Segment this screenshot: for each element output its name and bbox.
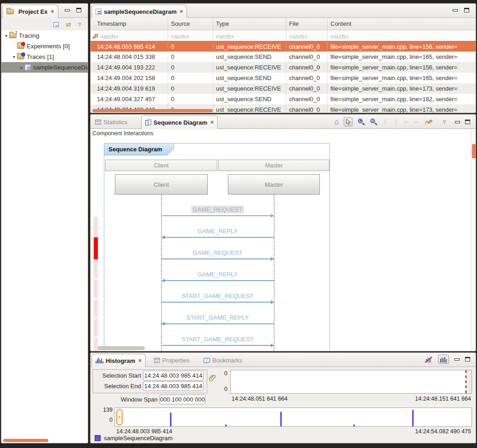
tree-expanded-arrow-icon[interactable]: ▾ <box>3 33 9 38</box>
tree-item-experiments-0-[interactable]: Experiments [0] <box>1 41 88 52</box>
minimize-icon[interactable] <box>453 9 458 11</box>
event-row[interactable]: 14:24:49.004 327 4570ust_sequence:SENDch… <box>91 94 476 104</box>
tab-project-explorer[interactable]: Project Ex × <box>2 5 58 18</box>
message-arrow[interactable] <box>161 323 274 324</box>
close-icon[interactable]: × <box>51 8 54 15</box>
filter-cell-content[interactable]: <srch> <box>328 30 476 41</box>
close-icon[interactable]: × <box>138 357 142 364</box>
tree-item-label: Experiments [0] <box>27 43 70 50</box>
column-header-timestamp[interactable]: Timestamp <box>91 18 168 30</box>
view-menu-icon[interactable]: ▽ <box>443 120 446 124</box>
filter-pattern-icon[interactable] <box>424 118 432 126</box>
lifeline-box-master[interactable]: Master <box>228 174 320 195</box>
event-row[interactable]: 14:24:48.003 985 4140ust_sequence:RECEIV… <box>91 41 476 52</box>
filter-cell-type[interactable]: <srch> <box>213 30 286 41</box>
tree-collapsed-arrow-icon[interactable]: ▸ <box>19 65 25 70</box>
zoom-out-icon[interactable]: − <box>370 118 377 126</box>
select-cursor-icon[interactable] <box>344 117 352 126</box>
search-match-marker[interactable] <box>94 280 98 298</box>
view-menu-icon[interactable]: ▽ <box>78 22 81 27</box>
maximize-icon[interactable] <box>76 8 81 12</box>
selection-end-field[interactable]: 14:24:48.003 985 414 <box>143 381 204 391</box>
search-match-marker[interactable] <box>94 338 98 351</box>
message-arrow[interactable] <box>161 215 274 216</box>
event-row[interactable]: 14:24:49.004 202 1580ust_sequence:SENDch… <box>91 73 476 83</box>
column-header-type[interactable]: Type <box>213 18 286 30</box>
filter-cell-source[interactable]: <srch> <box>168 30 213 41</box>
vertical-scrollbar[interactable] <box>471 129 476 351</box>
tab-sequence-diagram[interactable]: Sequence Diagram × <box>141 115 218 129</box>
selection-start-field[interactable]: 14:24:48.003 985 414 <box>143 371 204 380</box>
tab-histogram[interactable]: Histogram × <box>91 354 146 367</box>
event-row[interactable]: 14:24:49.004 319 6190ust_sequence:RECEIV… <box>91 83 476 94</box>
time-range-histogram[interactable] <box>230 370 472 394</box>
event-row[interactable]: 14:24:48.004 015 3380ust_sequence:SENDch… <box>91 52 476 62</box>
message-label[interactable]: GAME_REPLY <box>161 228 274 235</box>
vertical-scrollbar-thumb[interactable] <box>472 144 476 158</box>
search-match-marker[interactable] <box>94 260 98 278</box>
show-histogram-icon[interactable] <box>438 355 449 364</box>
lifeline-box-client[interactable]: Client <box>115 174 208 195</box>
message-label[interactable]: GAME_REPLY <box>161 271 274 279</box>
tab-statistics[interactable]: Statistics <box>91 115 131 129</box>
column-header-source[interactable]: Source <box>168 18 213 30</box>
close-icon[interactable]: × <box>210 119 214 126</box>
link-with-editor-icon[interactable]: ⇄ <box>66 21 71 28</box>
horizontal-scrollbar-thumb[interactable] <box>92 109 213 112</box>
search-match-marker[interactable] <box>94 217 98 237</box>
tab-bookmarks[interactable]: Bookmarks <box>200 354 246 367</box>
selection-window-marker[interactable]: + <box>116 409 123 425</box>
horizontal-scrollbar-thumb[interactable] <box>94 346 145 350</box>
tab-label: Bookmarks <box>212 357 242 364</box>
tab-properties[interactable]: Properties <box>150 354 193 367</box>
cell-timestamp: 14:24:49.004 202 158 <box>91 73 168 83</box>
selection-end-label: Selection End <box>93 383 141 390</box>
message-arrow[interactable] <box>161 302 274 303</box>
maximize-icon[interactable] <box>465 357 470 362</box>
search-match-marker[interactable] <box>94 237 98 259</box>
message-label[interactable]: GAME_REQUEST <box>161 206 274 214</box>
message-label[interactable]: START_GAME_REQUEST <box>161 336 274 344</box>
tree-item-tracing[interactable]: ▾Tracing <box>1 30 88 41</box>
message-label[interactable]: START_GAME_REQUEST <box>161 293 274 300</box>
minimize-icon[interactable] <box>65 9 70 11</box>
tree-item-traces-1-[interactable]: ▾Traces [1] <box>1 52 88 62</box>
filter-cell-file[interactable]: <srch> <box>286 30 328 41</box>
link-selection-icon[interactable] <box>209 374 216 382</box>
nav-back-icon: ⇦ <box>403 118 409 126</box>
full-range-histogram[interactable]: + <box>114 408 472 427</box>
sequence-tabbar: Statistics Sequence Diagram × ⌂ + <box>91 115 476 129</box>
horizontal-scrollbar-thumb[interactable] <box>3 439 48 442</box>
collapse-all-icon[interactable] <box>53 22 59 27</box>
lifeline-master[interactable] <box>274 195 274 351</box>
nav-forward-icon: ⇨ <box>414 118 419 126</box>
column-header-file[interactable]: File <box>286 18 328 30</box>
search-match-marker[interactable] <box>94 319 98 337</box>
timerange-ymax: 0 <box>220 370 227 377</box>
tree-expanded-arrow-icon[interactable]: ▾ <box>11 54 17 59</box>
zoom-in-icon[interactable]: + <box>358 118 365 126</box>
close-icon[interactable]: × <box>180 8 183 15</box>
maximize-icon[interactable] <box>465 120 470 124</box>
message-arrow[interactable] <box>161 258 274 259</box>
maximize-icon[interactable] <box>464 8 469 12</box>
minimize-icon[interactable] <box>454 358 460 361</box>
search-filter-icon <box>92 34 98 40</box>
search-match-marker[interactable] <box>94 299 98 317</box>
hide-lost-events-icon[interactable] <box>425 356 432 363</box>
minimize-icon[interactable] <box>455 121 460 123</box>
message-arrow[interactable] <box>161 237 274 238</box>
message-arrow[interactable] <box>161 345 274 346</box>
home-icon[interactable]: ⌂ <box>334 118 339 126</box>
message-arrow[interactable] <box>161 280 274 281</box>
column-header-content[interactable]: Content <box>328 18 476 30</box>
lifeline-header-master[interactable]: Master <box>218 160 329 171</box>
event-row[interactable]: 14:24:49.004 193 2220ust_sequence:RECEIV… <box>91 62 476 73</box>
lifeline-header-client[interactable]: Client <box>105 160 217 171</box>
tree-item-samplesequencedia[interactable]: ▸sampleSequenceDia <box>1 62 88 73</box>
tab-events-table[interactable]: sampleSequenceDiagram × <box>91 5 187 18</box>
message-label[interactable]: GAME_REQUEST <box>161 249 274 257</box>
window-span-field[interactable]: 000.100 000 000 <box>159 395 205 404</box>
filter-cell-timestamp[interactable]: <srch> <box>91 30 168 41</box>
message-label[interactable]: START_GAME_REPLY <box>161 314 274 322</box>
